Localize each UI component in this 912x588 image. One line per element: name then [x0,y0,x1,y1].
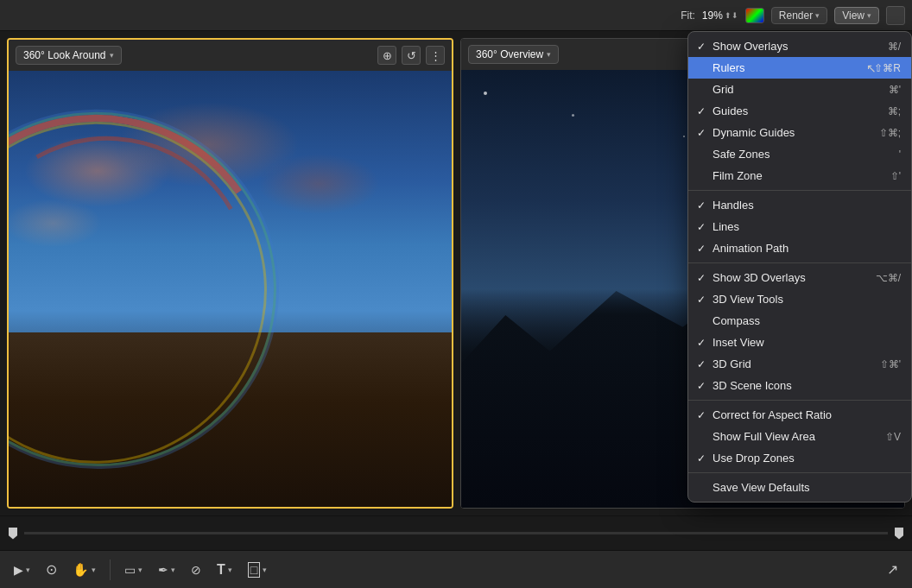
select-icon: ▶ [14,563,23,577]
orbit-tool-button[interactable]: ⊙ [41,558,62,581]
menu-item-label-show-overlays: Show Overlays [712,40,871,53]
pen-chevron: ▾ [171,566,175,574]
menu-item-check-show-overlays: ✓ [697,41,712,53]
menu-item-check-show-3d-overlays: ✓ [697,272,712,284]
menu-item-dynamic-guides[interactable]: ✓Dynamic Guides⇧⌘; [688,122,911,143]
menu-item-label-dynamic-guides: Dynamic Guides [712,126,862,139]
mask-icon: ▭ [124,563,136,577]
menu-item-label-film-zone: Film Zone [712,169,873,182]
menu-item-3d-scene-icons[interactable]: ✓3D Scene Icons [688,375,911,396]
menu-item-label-lines: Lines [712,220,901,233]
hand-tool-button[interactable]: ✋ ▾ [67,559,101,581]
brush-tool-button[interactable]: ⊘ [186,560,206,580]
orbit-icon: ⊙ [46,561,57,578]
resize-tool-button[interactable]: ↗ [882,558,903,581]
timeline-bar [0,515,912,550]
timeline-end-marker[interactable] [895,528,903,540]
menu-item-inset-view[interactable]: ✓Inset View [688,332,911,353]
menu-item-guides[interactable]: ✓Guides⌘; [688,100,911,122]
toolbar-separator-1 [110,560,111,580]
menu-item-show-overlays[interactable]: ✓Show Overlays⌘/ [688,35,911,57]
mask-chevron: ▾ [138,566,142,574]
menu-item-label-3d-view-tools: 3D View Tools [712,293,901,306]
menu-item-label-3d-scene-icons: 3D Scene Icons [712,379,901,392]
star-2 [572,114,574,117]
menu-item-rulers[interactable]: Rulers↖⇧⌘R [688,57,911,79]
menu-item-label-inset-view: Inset View [712,336,901,349]
hand-icon: ✋ [73,562,89,578]
menu-item-shortcut-dynamic-guides: ⇧⌘; [879,127,901,139]
menu-item-check-3d-view-tools: ✓ [697,294,712,306]
left-landscape [9,71,452,507]
select-chevron: ▾ [26,566,30,574]
brush-icon: ⊘ [191,563,201,577]
view-button[interactable]: View ▾ [834,7,879,24]
fit-label: Fit: [681,9,695,22]
select-tool-button[interactable]: ▶ ▾ [9,560,35,580]
color-swatch[interactable] [745,8,764,23]
fit-value: 19% ⬆⬇ [702,9,738,22]
text-tool-button[interactable]: T ▾ [212,559,238,581]
pen-tool-button[interactable]: ✒ ▾ [153,560,180,580]
left-view-selector[interactable]: 360° Look Around ▾ [16,46,122,65]
more-icon-btn[interactable]: ⋮ [426,46,445,65]
menu-item-lines[interactable]: ✓Lines [688,216,911,237]
menu-item-show-3d-overlays[interactable]: ✓Show 3D Overlays⌥⌘/ [688,267,911,288]
menu-item-correct-aspect-ratio[interactable]: ✓Correct for Aspect Ratio [688,404,911,426]
fit-chevron: ⬆⬇ [725,11,738,20]
bottom-toolbar: ▶ ▾ ⊙ ✋ ▾ ▭ ▾ ✒ ▾ ⊘ T ▾ □ ▾ ↗ [0,550,912,588]
view-options-button[interactable] [886,6,905,25]
menu-item-shortcut-3d-grid: ⇧⌘' [880,358,901,370]
menu-item-label-rulers: Rulers [712,61,857,74]
menu-item-label-safe-zones: Safe Zones [712,148,882,161]
move-icon-btn[interactable]: ⊕ [377,46,396,65]
view-menu: ✓Show Overlays⌘/Rulers↖⇧⌘RGrid⌘'✓Guides⌘… [687,31,912,503]
shape-tool-button[interactable]: □ ▾ [243,559,272,581]
right-view-selector[interactable]: 360° Overview ▾ [468,45,559,64]
menu-item-handles[interactable]: ✓Handles [688,194,911,216]
menu-item-check-correct-aspect-ratio: ✓ [697,409,712,421]
star-3 [683,136,685,137]
top-bar: Fit: 19% ⬆⬇ Render ▾ View ▾ ✓Show Overla… [0,0,912,31]
rotate-icon-btn[interactable]: ↺ [402,46,421,65]
render-chevron: ▾ [815,11,820,20]
left-selector-chevron: ▾ [110,51,114,60]
menu-item-compass[interactable]: Compass [688,310,911,332]
hand-chevron: ▾ [92,566,96,574]
mask-tool-button[interactable]: ▭ ▾ [119,560,148,580]
menu-item-shortcut-guides: ⌘; [888,105,901,117]
menu-item-show-full-view[interactable]: Show Full View Area⇧V [688,426,911,447]
menu-item-label-use-drop-zones: Use Drop Zones [712,452,901,465]
menu-item-label-save-view-defaults: Save View Defaults [712,481,901,494]
menu-item-shortcut-show-full-view: ⇧V [885,431,901,443]
menu-item-check-use-drop-zones: ✓ [697,452,712,465]
menu-item-shortcut-show-3d-overlays: ⌥⌘/ [876,272,901,284]
text-icon: T [217,562,225,578]
menu-item-label-show-3d-overlays: Show 3D Overlays [712,271,858,284]
menu-item-3d-view-tools[interactable]: ✓3D View Tools [688,288,911,310]
text-chevron: ▾ [228,566,232,574]
menu-item-check-inset-view: ✓ [697,337,712,349]
right-selector-chevron: ▾ [547,50,551,59]
menu-item-shortcut-rulers: ⇧⌘R [874,62,901,74]
menu-item-3d-grid[interactable]: ✓3D Grid⇧⌘' [688,353,911,375]
view-dropdown: ✓Show Overlays⌘/Rulers↖⇧⌘RGrid⌘'✓Guides⌘… [687,31,912,503]
view-chevron: ▾ [867,11,871,20]
menu-item-label-correct-aspect-ratio: Correct for Aspect Ratio [712,408,901,421]
cloud-layer [9,92,452,354]
menu-item-label-animation-path: Animation Path [712,242,901,255]
menu-item-use-drop-zones[interactable]: ✓Use Drop Zones [688,447,911,469]
timeline-track[interactable] [24,532,888,534]
menu-item-shortcut-safe-zones: ' [899,149,901,161]
menu-separator [688,262,911,263]
menu-item-animation-path[interactable]: ✓Animation Path [688,237,911,259]
menu-item-label-guides: Guides [712,104,871,117]
menu-item-grid[interactable]: Grid⌘' [688,79,911,100]
menu-item-check-dynamic-guides: ✓ [697,127,712,139]
menu-item-safe-zones[interactable]: Safe Zones' [688,143,911,165]
menu-item-save-view-defaults[interactable]: Save View Defaults [688,477,911,498]
left-viewer-panel: 360° Look Around ▾ ⊕ ↺ ⋮ [7,38,453,509]
render-button[interactable]: Render ▾ [771,7,827,24]
timeline-start-marker[interactable] [9,528,17,540]
menu-item-film-zone[interactable]: Film Zone⇧' [688,165,911,187]
